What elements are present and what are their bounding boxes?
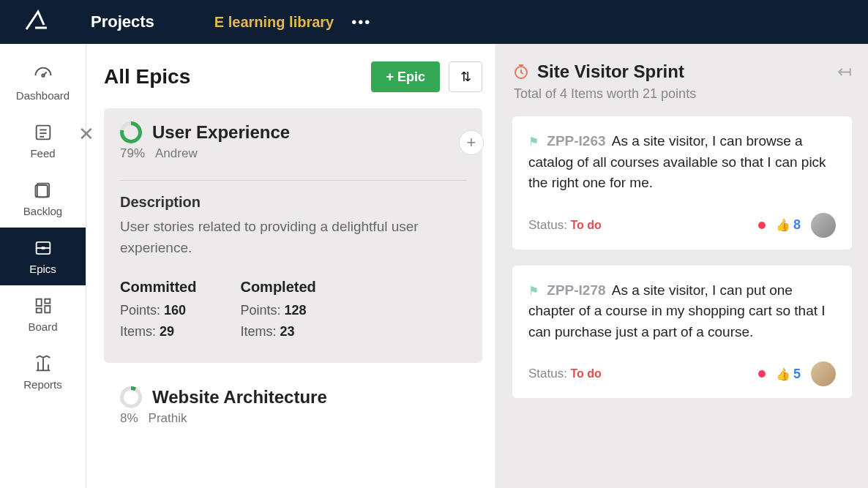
breadcrumb-area: E learning library ••• (178, 0, 868, 44)
sidebar-item-dashboard[interactable]: Dashboard (0, 54, 86, 112)
sprint-subtitle: Total of 4 Items worth 21 points (514, 86, 852, 102)
close-icon[interactable]: ✕ (72, 108, 101, 146)
thumbs-count: 5 (793, 367, 801, 382)
epic-percent: 79% (120, 146, 145, 161)
thumbs-icon[interactable]: 👍5 (776, 367, 801, 382)
projects-tab[interactable]: Projects (73, 0, 178, 44)
epics-icon (33, 238, 53, 258)
sidebar-item-label: Backlog (23, 205, 62, 217)
epic-percent: 8% (120, 411, 138, 426)
epic-owner: Prathik (149, 411, 187, 426)
projects-label: Projects (91, 12, 154, 31)
epic-owner: Andrew (155, 146, 198, 161)
svg-rect-12 (36, 309, 41, 313)
points-label: Points: (120, 303, 160, 318)
reports-icon (33, 353, 53, 374)
committed-label: Committed (120, 279, 196, 296)
app-logo[interactable] (0, 0, 73, 44)
sprint-panel: Site Visitor Sprint ↤ Total of 4 Items w… (496, 44, 868, 488)
epic-card[interactable]: ✕ + User Experience 79% Andrew Descripti… (104, 108, 482, 363)
feed-icon (33, 122, 53, 143)
add-item-button[interactable]: + (459, 130, 484, 155)
story-id: ZPP-I278 (547, 282, 605, 298)
epic-title: Website Architecture (152, 387, 327, 408)
sprint-title: Site Visitor Sprint (537, 61, 684, 82)
sort-button[interactable]: ⇅ (449, 61, 482, 92)
avatar[interactable] (811, 213, 836, 238)
sort-icon: ⇅ (460, 69, 471, 85)
priority-dot-icon (758, 222, 766, 229)
sidebar-item-reports[interactable]: Reports (0, 343, 86, 401)
flag-icon: ⚑ (528, 282, 539, 300)
completed-label: Completed (240, 279, 315, 296)
more-menu-icon[interactable]: ••• (351, 14, 371, 31)
thumbs-icon[interactable]: 👍8 (776, 217, 801, 233)
story-card[interactable]: ⚑ ZPP-I263 As a site visitor, I can brow… (512, 116, 852, 249)
progress-pie-icon (120, 386, 142, 408)
completed-items: 23 (280, 324, 294, 339)
description-label: Description (120, 194, 466, 211)
collapse-arrow-icon[interactable]: ↤ (837, 61, 852, 82)
status-label: Status: (528, 367, 567, 380)
description-text: User stories related to providing a deli… (120, 217, 466, 258)
committed-items: 29 (160, 324, 174, 339)
backlog-icon (33, 180, 53, 200)
main-panel: All Epics + Epic ⇅ ✕ + User Experience (86, 44, 496, 488)
epic-title: User Experience (152, 122, 290, 143)
completed-points: 128 (285, 303, 307, 318)
status-label: Status: (528, 218, 567, 232)
points-label: Points: (240, 303, 280, 318)
thumbs-count: 8 (793, 217, 801, 233)
sidebar-item-label: Reports (23, 378, 62, 391)
add-epic-button[interactable]: + Epic (371, 61, 440, 92)
breadcrumb-title[interactable]: E learning library (214, 14, 334, 31)
svg-rect-11 (45, 299, 50, 304)
progress-pie-icon (120, 121, 142, 143)
items-label: Items: (120, 324, 156, 339)
story-card[interactable]: ⚑ ZPP-I278 As a site visitor, I can put … (512, 266, 852, 399)
flag-icon: ⚑ (528, 133, 539, 151)
status-value: To do (570, 367, 601, 380)
sidebar-item-label: Epics (29, 263, 56, 275)
committed-points: 160 (164, 303, 186, 318)
sidebar-item-label: Board (28, 320, 57, 333)
board-icon (33, 296, 53, 316)
sprint-icon (512, 63, 530, 80)
topbar: Projects E learning library ••• (0, 0, 868, 44)
svg-rect-10 (36, 299, 41, 306)
status-value: To do (570, 219, 601, 231)
story-id: ZPP-I263 (547, 133, 605, 149)
sidebar-item-epics[interactable]: Epics (0, 228, 86, 285)
items-label: Items: (240, 324, 276, 339)
avatar[interactable] (811, 361, 836, 386)
page-title: All Epics (104, 65, 190, 89)
sidebar-item-label: Dashboard (16, 89, 70, 102)
sidebar-item-label: Feed (30, 147, 55, 159)
svg-rect-13 (45, 306, 50, 312)
sidebar-item-backlog[interactable]: Backlog (0, 170, 86, 228)
priority-dot-icon (758, 370, 766, 378)
gauge-icon (33, 64, 53, 85)
sidebar-item-board[interactable]: Board (0, 285, 86, 343)
epic-card[interactable]: Website Architecture 8% Prathik (104, 379, 482, 429)
